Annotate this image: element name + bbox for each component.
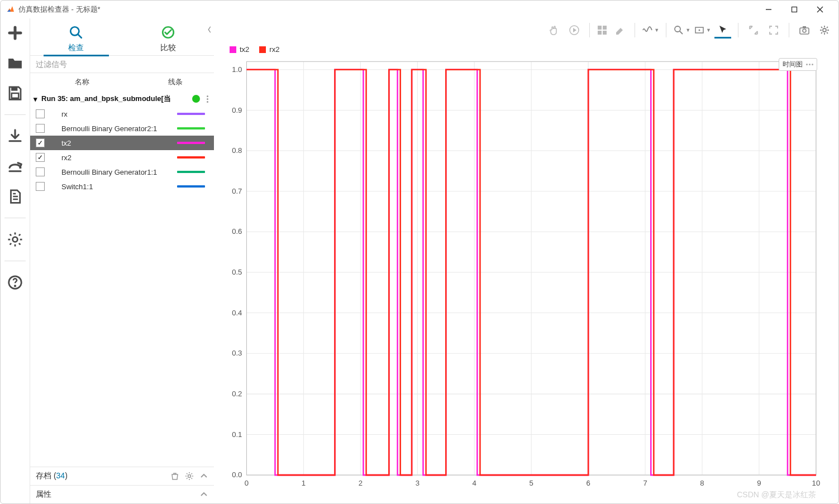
legend-label: rx2: [269, 45, 279, 54]
svg-text:0.7: 0.7: [232, 187, 242, 195]
folder-button[interactable]: [4, 52, 26, 74]
check-circle-icon: [122, 25, 214, 40]
more-icon[interactable]: [203, 95, 212, 103]
svg-text:5: 5: [530, 479, 533, 487]
plot-area: ▼ ▼ ▼ tx2rx2 时间图 0123456789100.00.10.20.…: [214, 18, 838, 503]
app-window: 仿真数据检查器 - 无标题*: [0, 0, 839, 504]
chevron-up-icon[interactable]: [199, 490, 208, 499]
plot-settings-button[interactable]: [816, 22, 833, 39]
time-plot[interactable]: 时间图 0123456789100.00.10.20.30.40.50.60.7…: [218, 56, 822, 492]
run-row[interactable]: ▾ Run 35: am_and_bpsk_submodule[当: [30, 91, 214, 107]
tab-inspect[interactable]: 检查: [30, 18, 122, 55]
checkbox[interactable]: [36, 109, 45, 118]
svg-point-23: [803, 29, 806, 32]
svg-line-19: [680, 31, 683, 34]
svg-rect-16: [598, 31, 602, 35]
svg-text:1.0: 1.0: [232, 65, 242, 74]
separator: [4, 218, 26, 218]
expand-button[interactable]: [745, 22, 762, 39]
titlebar: 仿真数据检查器 - 无标题*: [1, 1, 838, 18]
svg-text:2: 2: [359, 479, 363, 487]
legend-swatch: [259, 46, 266, 53]
signal-row[interactable]: ✓ rx2: [30, 150, 214, 165]
properties-label: 属性: [36, 489, 194, 500]
signal-name: Switch1:1: [58, 183, 171, 191]
signal-row[interactable]: rx: [30, 107, 214, 121]
new-button[interactable]: [4, 22, 26, 44]
window-title: 仿真数据检查器 - 无标题*: [18, 4, 756, 15]
svg-text:7: 7: [643, 479, 647, 487]
help-button[interactable]: [4, 271, 26, 294]
clear-button[interactable]: [611, 22, 628, 39]
close-button[interactable]: [807, 2, 833, 17]
legend-item: rx2: [259, 45, 279, 54]
svg-text:10: 10: [812, 479, 821, 487]
fullscreen-button[interactable]: [765, 22, 782, 39]
color-swatch: [177, 185, 205, 188]
body: 检查 比较 名称 线条 ▾ Run 35: am_and_bpsk_submod…: [1, 18, 838, 503]
layout-button[interactable]: [597, 25, 608, 36]
tab-compare[interactable]: 比较: [122, 18, 214, 55]
svg-text:0.2: 0.2: [232, 390, 242, 398]
minimize-button[interactable]: [756, 2, 781, 17]
pan-hand-button[interactable]: [546, 22, 562, 39]
color-swatch: [177, 171, 205, 173]
zoom-fit-button[interactable]: ▼: [694, 25, 711, 36]
legend-label: tx2: [240, 45, 249, 54]
plot-legend: tx2rx2: [214, 42, 838, 54]
cursor-button[interactable]: [714, 22, 731, 39]
signal-row[interactable]: Bernoulli Binary Generator1:1: [30, 165, 214, 179]
archive-row[interactable]: 存档 (34): [30, 467, 214, 485]
svg-text:6: 6: [586, 479, 590, 487]
snapshot-button[interactable]: [796, 22, 813, 39]
maximize-button[interactable]: [781, 2, 807, 17]
svg-point-6: [13, 237, 18, 242]
signal-row[interactable]: Switch1:1: [30, 179, 214, 194]
signal-name: Bernoulli Binary Generator2:1: [58, 124, 171, 133]
trash-icon[interactable]: [170, 472, 179, 481]
checkbox[interactable]: [36, 167, 45, 176]
checkbox[interactable]: ✓: [36, 153, 45, 162]
svg-text:0.8: 0.8: [232, 146, 242, 155]
color-swatch: [177, 142, 205, 144]
col-line: 线条: [168, 77, 208, 87]
svg-rect-15: [603, 26, 607, 30]
stream-button[interactable]: [566, 22, 583, 39]
report-button[interactable]: [4, 185, 26, 208]
color-swatch: [177, 156, 205, 159]
export-button[interactable]: [4, 155, 26, 177]
signal-tree: ▾ Run 35: am_and_bpsk_submodule[当 rx Ber…: [30, 91, 214, 467]
signal-type-button[interactable]: ▼: [642, 25, 659, 36]
checkbox[interactable]: ✓: [36, 138, 45, 147]
separator: [4, 114, 26, 115]
panel-tabs: 检查 比较: [30, 18, 214, 55]
svg-line-10: [78, 34, 82, 38]
signal-name: Bernoulli Binary Generator1:1: [58, 168, 171, 176]
import-button[interactable]: [4, 125, 26, 147]
chevron-up-icon[interactable]: [199, 472, 208, 481]
status-dot-icon: [192, 95, 200, 103]
checkbox[interactable]: [36, 124, 45, 133]
zoom-button[interactable]: ▼: [673, 25, 690, 36]
tab-compare-label: 比较: [160, 43, 176, 52]
signal-name: rx: [58, 110, 171, 118]
plot-type-badge[interactable]: 时间图: [779, 58, 817, 71]
search-icon: [30, 25, 122, 40]
filter-input[interactable]: [30, 55, 214, 73]
gear-icon[interactable]: [185, 472, 194, 481]
svg-text:8: 8: [700, 479, 704, 487]
separator: [4, 261, 26, 261]
left-toolbar: [1, 18, 30, 503]
svg-text:0: 0: [245, 479, 249, 487]
svg-text:0.3: 0.3: [232, 349, 242, 357]
properties-row[interactable]: 属性: [30, 485, 214, 503]
save-button[interactable]: [4, 82, 26, 104]
color-swatch: [177, 127, 205, 129]
signal-row[interactable]: Bernoulli Binary Generator2:1: [30, 121, 214, 136]
signal-row[interactable]: ✓ tx2: [30, 136, 214, 150]
checkbox[interactable]: [36, 182, 45, 191]
svg-point-25: [823, 28, 826, 32]
settings-button[interactable]: [4, 228, 26, 251]
svg-text:0.9: 0.9: [232, 105, 242, 114]
tab-inspect-label: 检查: [68, 43, 84, 52]
